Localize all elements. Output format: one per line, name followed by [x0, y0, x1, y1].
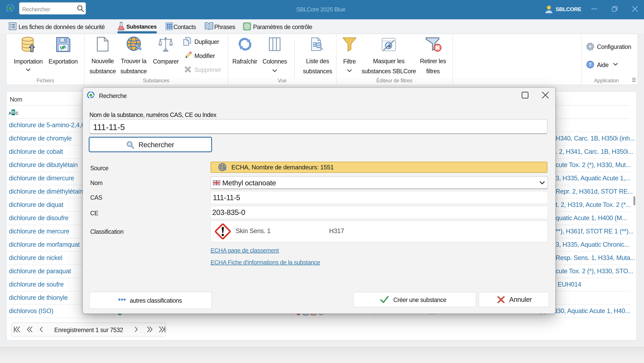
svg-text:?: ? [589, 62, 592, 67]
